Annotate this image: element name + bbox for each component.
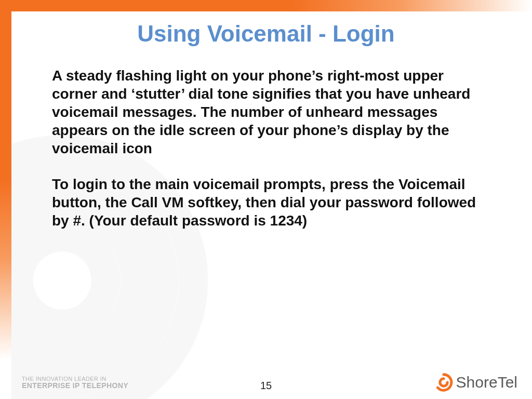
paragraph-1: A steady flashing light on your phone’s …: [52, 66, 478, 157]
slide-title: Using Voicemail - Login: [0, 21, 532, 47]
shoretel-swirl-icon: [434, 373, 453, 392]
brand-name: ShoreTel: [456, 374, 517, 391]
slide-body: A steady flashing light on your phone’s …: [52, 66, 478, 247]
border-top: [0, 0, 532, 11]
border-left: [0, 0, 11, 399]
footer-logo: ShoreTel: [434, 373, 517, 392]
tagline-line-2: ENTERPRISE IP TELEPHONY: [22, 382, 128, 390]
slide: Using Voicemail - Login A steady flashin…: [0, 0, 532, 399]
footer-tagline: THE INNOVATION LEADER IN ENTERPRISE IP T…: [22, 376, 128, 390]
paragraph-2: To login to the main voicemail prompts, …: [52, 175, 478, 230]
